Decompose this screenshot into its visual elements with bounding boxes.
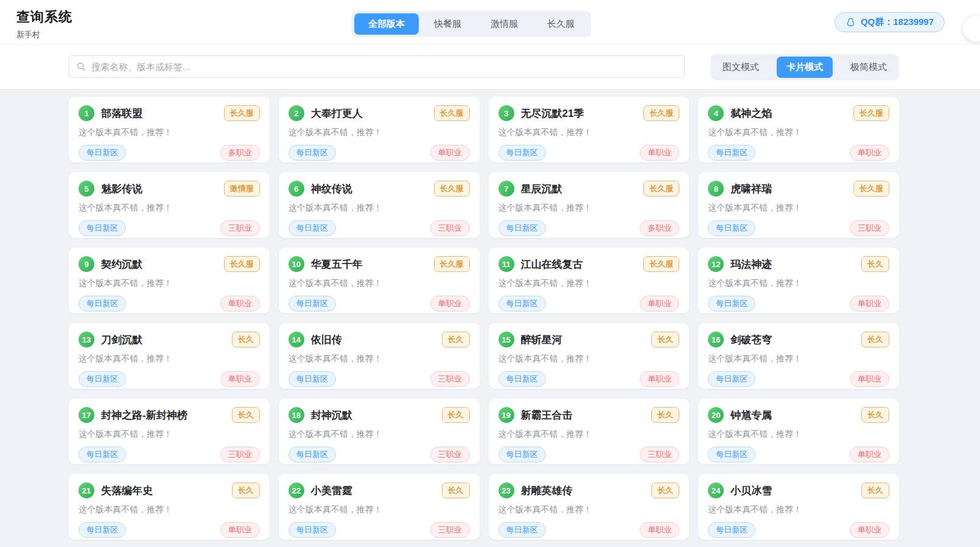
rank-badge: 3	[499, 105, 514, 121]
version-card[interactable]: 9 契约沉默 长久服 这个版本真不错，推荐！ 每日新区 单职业	[69, 248, 270, 313]
job-type-tag: 单职业	[640, 371, 679, 387]
card-header: 14 依旧传 长久	[289, 332, 470, 347]
card-description: 这个版本真不错，推荐！	[499, 127, 680, 138]
search-input[interactable]	[69, 55, 685, 78]
version-card[interactable]: 15 醉斩星河 长久 这个版本真不错，推荐！ 每日新区 单职业	[489, 323, 690, 389]
version-card[interactable]: 8 虎啸祥瑞 长久服 这个版本真不错，推荐！ 每日新区 三职业	[698, 172, 899, 238]
tab-passion-server[interactable]: 激情服	[477, 13, 532, 35]
version-card[interactable]: 6 神纹传说 长久服 这个版本真不错，推荐！ 每日新区 三职业	[279, 172, 480, 238]
rank-badge: 23	[499, 483, 514, 498]
version-card[interactable]: 23 射雕英雄传 长久 这个版本真不错，推荐！ 每日新区 单职业	[489, 474, 690, 540]
version-card[interactable]: 12 玛法神迹 长久 这个版本真不错，推荐！ 每日新区 单职业	[698, 248, 899, 313]
server-type-tag: 长久服	[643, 105, 679, 121]
version-card[interactable]: 21 失落编年史 长久 这个版本真不错，推荐！ 每日新区 单职业	[69, 474, 270, 540]
floating-action-button[interactable]	[963, 16, 980, 41]
card-tags-row: 每日新区 多职业	[499, 220, 680, 236]
mode-image-text[interactable]: 图文模式	[713, 57, 769, 78]
card-title: 华夏五千年	[311, 257, 434, 271]
job-type-tag: 三职业	[430, 220, 470, 236]
mode-minimal[interactable]: 极简模式	[841, 57, 897, 78]
rank-badge: 12	[708, 256, 724, 272]
version-card[interactable]: 22 小美雷霆 长久 这个版本真不错，推荐！ 每日新区 三职业	[279, 474, 480, 540]
card-title: 醉斩星河	[521, 333, 652, 347]
version-card[interactable]: 10 华夏五千年 长久服 这个版本真不错，推荐！ 每日新区 单职业	[279, 248, 480, 313]
version-card[interactable]: 5 魅影传说 激情服 这个版本真不错，推荐！ 每日新区 三职业	[69, 172, 270, 238]
card-tags-row: 每日新区 三职业	[289, 522, 470, 538]
server-type-tag: 长久	[861, 407, 889, 423]
tab-all-versions[interactable]: 全部版本	[354, 13, 419, 35]
tab-fast-food-server[interactable]: 快餐服	[420, 13, 475, 35]
server-type-tag: 长久服	[224, 256, 260, 272]
job-type-tag: 三职业	[430, 371, 470, 387]
card-header: 15 醉斩星河 长久	[499, 332, 680, 347]
tab-longterm-server[interactable]: 长久服	[533, 13, 589, 35]
job-type-tag: 三职业	[430, 522, 470, 538]
card-tags-row: 每日新区 多职业	[79, 145, 260, 161]
daily-new-zone-tag: 每日新区	[499, 220, 546, 236]
card-title: 契约沉默	[101, 257, 224, 271]
job-type-tag: 单职业	[220, 296, 260, 312]
server-type-tag: 长久	[442, 483, 470, 498]
card-header: 7 星辰沉默 长久服	[499, 181, 680, 197]
card-description: 这个版本真不错，推荐！	[708, 504, 889, 515]
version-card[interactable]: 3 无尽沉默21季 长久服 这个版本真不错，推荐！ 每日新区 单职业	[489, 97, 690, 162]
daily-new-zone-tag: 每日新区	[499, 371, 546, 387]
brand-block: 查询系统 新手村	[16, 8, 72, 40]
card-header: 4 弑神之焰 长久服	[708, 105, 889, 121]
rank-badge: 14	[289, 332, 304, 347]
version-card[interactable]: 11 江山在线复古 长久服 这个版本真不错，推荐！ 每日新区 单职业	[489, 248, 690, 313]
version-card[interactable]: 14 依旧传 长久 这个版本真不错，推荐！ 每日新区 三职业	[279, 323, 480, 389]
version-card[interactable]: 7 星辰沉默 长久服 这个版本真不错，推荐！ 每日新区 多职业	[489, 172, 690, 238]
card-description: 这个版本真不错，推荐！	[79, 504, 260, 515]
card-description: 这个版本真不错，推荐！	[708, 354, 889, 364]
daily-new-zone-tag: 每日新区	[708, 296, 755, 312]
rank-badge: 24	[708, 483, 724, 498]
version-card[interactable]: 1 部落联盟 长久服 这个版本真不错，推荐！ 每日新区 多职业	[69, 97, 270, 162]
server-type-tag: 长久服	[434, 256, 470, 272]
card-tags-row: 每日新区 单职业	[79, 371, 260, 387]
rank-badge: 8	[708, 181, 724, 197]
card-header: 13 刀剑沉默 长久	[79, 332, 260, 347]
card-tags-row: 每日新区 三职业	[289, 371, 470, 387]
version-card[interactable]: 18 封神沉默 长久 这个版本真不错，推荐！ 每日新区 三职业	[279, 399, 480, 464]
card-tags-row: 每日新区 三职业	[79, 447, 260, 462]
card-header: 5 魅影传说 激情服	[79, 181, 260, 197]
card-description: 这个版本真不错，推荐！	[79, 127, 260, 138]
card-header: 6 神纹传说 长久服	[289, 181, 470, 197]
server-type-tag: 激情服	[224, 181, 260, 197]
version-card[interactable]: 24 小贝冰雪 长久 这个版本真不错，推荐！ 每日新区 单职业	[698, 474, 899, 540]
daily-new-zone-tag: 每日新区	[708, 447, 755, 462]
version-card[interactable]: 16 剑破苍穹 长久 这个版本真不错，推荐！ 每日新区 单职业	[698, 323, 899, 389]
card-description: 这个版本真不错，推荐！	[289, 504, 470, 515]
version-card[interactable]: 13 刀剑沉默 长久 这个版本真不错，推荐！ 每日新区 单职业	[69, 323, 270, 389]
version-card[interactable]: 2 大奉打更人 长久服 这个版本真不错，推荐！ 每日新区 单职业	[279, 97, 480, 162]
qq-icon	[845, 17, 856, 27]
rank-badge: 11	[499, 256, 514, 272]
server-type-tag: 长久服	[643, 181, 679, 197]
card-title: 无尽沉默21季	[521, 106, 644, 120]
version-card[interactable]: 17 封神之路-新封神榜 长久 这个版本真不错，推荐！ 每日新区 三职业	[69, 399, 270, 464]
rank-badge: 1	[79, 105, 94, 121]
mode-card[interactable]: 卡片模式	[777, 57, 833, 78]
card-header: 3 无尽沉默21季 长久服	[499, 105, 680, 121]
rank-badge: 18	[289, 407, 304, 423]
rank-badge: 22	[289, 483, 304, 498]
card-description: 这个版本真不错，推荐！	[289, 203, 470, 214]
content-area: 1 部落联盟 长久服 这个版本真不错，推荐！ 每日新区 多职业 2 大奉打更人 …	[0, 89, 980, 540]
card-tags-row: 每日新区 单职业	[79, 296, 260, 312]
job-type-tag: 单职业	[430, 296, 470, 312]
version-card[interactable]: 4 弑神之焰 长久服 这个版本真不错，推荐！ 每日新区 单职业	[698, 97, 899, 162]
card-title: 新霸王合击	[521, 408, 652, 422]
card-description: 这个版本真不错，推荐！	[79, 203, 260, 214]
version-card[interactable]: 19 新霸王合击 长久 这个版本真不错，推荐！ 每日新区 三职业	[489, 399, 690, 464]
qq-group-button[interactable]: QQ群：18239997	[835, 12, 945, 32]
daily-new-zone-tag: 每日新区	[289, 522, 336, 538]
card-description: 这个版本真不错，推荐！	[289, 127, 470, 138]
card-title: 失落编年史	[101, 484, 232, 498]
server-type-tag: 长久服	[853, 181, 889, 197]
card-tags-row: 每日新区 单职业	[79, 522, 260, 538]
version-card[interactable]: 20 钟馗专属 长久 这个版本真不错，推荐！ 每日新区 单职业	[698, 399, 899, 464]
card-tags-row: 每日新区 单职业	[708, 522, 889, 538]
card-tags-row: 每日新区 单职业	[708, 145, 889, 161]
card-title: 依旧传	[311, 333, 442, 347]
